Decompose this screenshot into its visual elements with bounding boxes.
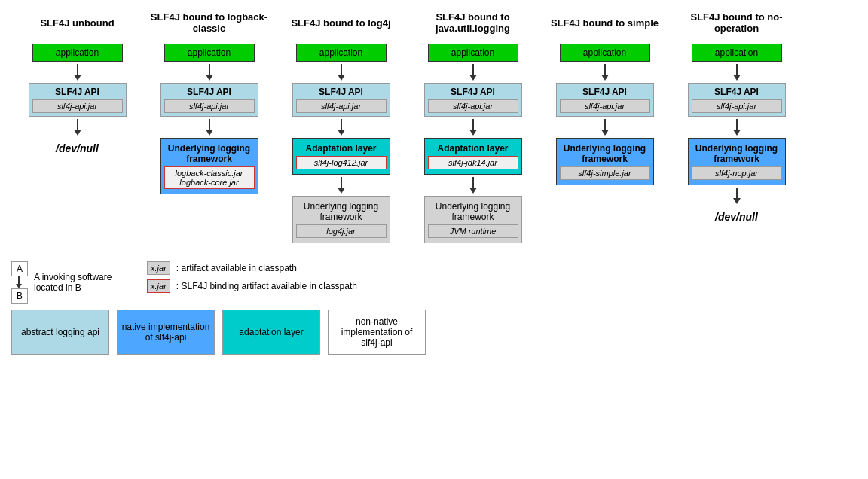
underlying-nop-title: Underlying logging framework: [692, 143, 782, 164]
slf4j-api-title-log4j: SLF4J API: [319, 87, 363, 97]
adaptation-log4j-title: Adaptation layer: [296, 143, 387, 154]
arrow-logback-1: [206, 64, 213, 81]
arrow-unbound-1: [74, 64, 81, 81]
slf4j-api-jul: SLF4J API slf4j-api.jar: [424, 83, 522, 117]
legend-abstract-label: abstract logging api: [21, 327, 99, 337]
arrow-log4j-2: [338, 119, 345, 136]
slf4j-api-nop: SLF4J API slf4j-api.jar: [688, 83, 786, 117]
col-title-log4j: SLF4J bound to log4j: [291, 8, 390, 38]
underlying-log4j-title: Underlying logging framework: [296, 201, 387, 222]
underlying-log4j: Underlying logging framework log4j.jar: [292, 196, 390, 243]
slf4j-api-title-jul: SLF4J API: [451, 87, 495, 97]
legend-native-label: native implementation of slf4j-api: [121, 322, 211, 343]
underlying-simple-jar: slf4j-simple.jar: [560, 166, 650, 180]
legend-abstract: abstract logging api: [11, 310, 109, 355]
underlying-simple-title: Underlying logging framework: [560, 143, 650, 164]
slf4j-api-jar-simple: slf4j-api.jar: [560, 99, 650, 113]
jar-binding-desc: : SLF4J binding artifact available in cl…: [176, 281, 357, 291]
slf4j-api-title-unbound: SLF4J API: [55, 87, 99, 97]
arrow-unbound-2: [74, 119, 81, 136]
col-title-unbound: SLF4J unbound: [40, 8, 114, 38]
app-box-nop: application: [692, 44, 782, 62]
column-unbound: SLF4J unbound application SLF4J API slf4…: [11, 8, 143, 159]
underlying-nop-jar: slf4j-nop.jar: [692, 166, 782, 180]
legend-native: native implementation of slf4j-api: [117, 310, 215, 355]
arrow-jul-1: [469, 64, 477, 81]
slf4j-api-jar-log4j: slf4j-api.jar: [296, 99, 387, 113]
invoke-section: A B A invoking software located in B: [11, 261, 124, 304]
slf4j-api-title-nop: SLF4J API: [714, 87, 759, 97]
legend-area: A B A invoking software located in B x.j…: [11, 255, 857, 355]
color-legend: abstract logging api native implementati…: [11, 310, 857, 355]
arrow-nop-1: [733, 64, 741, 81]
jar-artifact-label: x.jar: [147, 261, 170, 275]
jar-binding-label: x.jar: [147, 279, 170, 293]
arrow-jul-3: [469, 177, 477, 194]
underlying-logback-title: Underlying logging framework: [164, 143, 255, 164]
column-simple: SLF4J bound to simple application SLF4J …: [539, 8, 671, 185]
jar-artifact-desc: : artifact available in classpath: [176, 263, 297, 273]
underlying-logback-jar: logback-classic.jar logback-core.jar: [164, 166, 255, 189]
slf4j-api-jar-unbound: slf4j-api.jar: [32, 99, 123, 113]
slf4j-api-jar-nop: slf4j-api.jar: [692, 99, 782, 113]
app-box-simple: application: [560, 44, 650, 62]
jar-legends: x.jar : artifact available in classpath …: [147, 261, 357, 293]
underlying-simple: Underlying logging framework slf4j-simpl…: [556, 138, 654, 185]
column-logback: SLF4J bound to logback-classic applicati…: [143, 8, 275, 194]
slf4j-api-title-logback: SLF4J API: [187, 87, 231, 97]
column-jul: SLF4J bound to java.util.logging applica…: [407, 8, 539, 243]
arrow-log4j-1: [338, 64, 345, 81]
arrow-simple-2: [601, 119, 609, 136]
legend-adaptation: adaptation layer: [222, 310, 320, 355]
app-box-logback: application: [164, 44, 255, 62]
invoke-diagram: A B: [11, 261, 28, 304]
arrow-simple-1: [601, 64, 609, 81]
slf4j-api-title-simple: SLF4J API: [582, 87, 627, 97]
underlying-nop: Underlying logging framework slf4j-nop.j…: [688, 138, 786, 185]
jar-binding-legend: x.jar : SLF4J binding artifact available…: [147, 279, 357, 293]
underlying-jul: Underlying logging framework JVM runtime: [424, 196, 522, 243]
slf4j-api-unbound: SLF4J API slf4j-api.jar: [29, 83, 127, 117]
slf4j-api-log4j: SLF4J API slf4j-api.jar: [292, 83, 390, 117]
main-container: SLF4J unbound application SLF4J API slf4…: [0, 0, 868, 362]
adaptation-log4j-jar: slf4j-log412.jar: [296, 156, 387, 169]
legend-nonnative-label: non-native implementation of slf4j-api: [332, 316, 422, 348]
col-title-jul: SLF4J bound to java.util.logging: [407, 8, 539, 38]
underlying-jul-title: Underlying logging framework: [428, 201, 518, 222]
slf4j-api-jar-logback: slf4j-api.jar: [164, 99, 255, 113]
slf4j-api-logback: SLF4J API slf4j-api.jar: [160, 83, 258, 117]
invoke-box-a: A: [11, 261, 28, 276]
col-title-logback: SLF4J bound to logback-classic: [143, 8, 275, 38]
adaptation-jul-jar: slf4j-jdk14.jar: [428, 156, 518, 169]
arrow-nop-2: [733, 119, 741, 136]
devnull-nop: /dev/null: [715, 211, 758, 223]
slf4j-api-jar-jul: slf4j-api.jar: [428, 99, 518, 113]
slf4j-api-simple: SLF4J API slf4j-api.jar: [556, 83, 654, 117]
underlying-logback: Underlying logging framework logback-cla…: [160, 138, 258, 194]
invoke-box-b: B: [11, 288, 28, 304]
adaptation-jul: Adaptation layer slf4j-jdk14.jar: [424, 138, 522, 175]
arrow-logback-2: [206, 119, 213, 136]
legend-adaptation-label: adaptation layer: [239, 327, 303, 337]
invoke-desc: A invoking software located in B: [34, 272, 124, 293]
adaptation-log4j: Adaptation layer slf4j-log412.jar: [292, 138, 390, 175]
arrow-nop-3: [733, 188, 741, 204]
app-box-jul: application: [428, 44, 518, 62]
col-title-nop: SLF4J bound to no-operation: [671, 8, 802, 38]
jar-artifact-legend: x.jar : artifact available in classpath: [147, 261, 357, 275]
underlying-jul-jar: JVM runtime: [428, 224, 518, 238]
devnull-unbound: /dev/null: [56, 142, 99, 154]
column-nop: SLF4J bound to no-operation application …: [671, 8, 802, 227]
adaptation-jul-title: Adaptation layer: [428, 143, 518, 154]
legend-nonnative: non-native implementation of slf4j-api: [328, 310, 426, 355]
underlying-log4j-jar: log4j.jar: [296, 224, 387, 238]
app-box-unbound: application: [32, 44, 123, 62]
app-box-log4j: application: [296, 44, 387, 62]
arrow-jul-2: [469, 119, 477, 136]
column-log4j: SLF4J bound to log4j application SLF4J A…: [275, 8, 407, 243]
col-title-simple: SLF4J bound to simple: [551, 8, 659, 38]
arrow-log4j-3: [338, 177, 345, 194]
diagram-area: SLF4J unbound application SLF4J API slf4…: [11, 8, 857, 243]
